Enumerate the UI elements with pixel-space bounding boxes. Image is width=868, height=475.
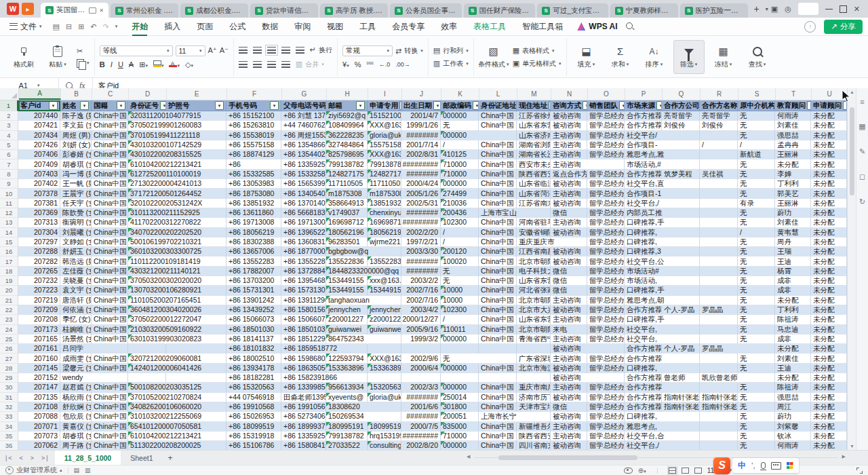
cell-N35[interactable]: 主动咨询 — [551, 432, 587, 441]
cell-J31[interactable]: ######## — [401, 393, 441, 402]
cell-C8[interactable]: China中国 — [92, 170, 128, 179]
cell-Q22[interactable]: 个人-罗晶 — [662, 305, 700, 315]
panel-menu-icon[interactable]: ≡ — [860, 98, 864, 106]
cell-O22[interactable]: 留学总经办 — [587, 305, 625, 315]
cell-T16[interactable]: 王瑞 — [775, 247, 811, 256]
cell-P3[interactable]: 合作方推荐 — [625, 121, 662, 130]
cell-L20[interactable]: China中国 — [479, 286, 517, 295]
cell-Q28[interactable] — [662, 364, 700, 373]
row-header-1[interactable]: 1 — [0, 100, 18, 111]
cell-S28[interactable]: 无 — [738, 364, 775, 373]
clear-format-button[interactable]: ◇▾ — [185, 60, 193, 69]
cell-L27[interactable] — [479, 354, 517, 363]
cell-J10[interactable]: 2005/1/26 — [401, 189, 441, 198]
vertical-scrollbar[interactable]: ▲ ▼ — [847, 88, 856, 450]
cell-H23[interactable]: z20001227 — [326, 315, 368, 324]
document-tab[interactable]: S国任财产保险样本... — [464, 3, 536, 18]
align-bottom-icon[interactable] — [267, 47, 276, 54]
cell-L30[interactable]: China中国 — [479, 383, 517, 392]
cell-T14[interactable]: 黄韦慧 — [775, 228, 811, 238]
cell-R18[interactable] — [700, 267, 738, 276]
cell-S8[interactable]: 无 — [738, 170, 775, 179]
cell-U9[interactable]: 未分配 — [811, 179, 847, 189]
document-tab[interactable]: S常州公积金 .xlsx — [111, 3, 178, 18]
filter-dropdown-button[interactable]: ▼ — [117, 101, 125, 110]
cell-B32[interactable]: 舒欣娴 (女) — [60, 402, 92, 412]
cell-L7[interactable]: China中国 — [479, 159, 517, 169]
cell-T2[interactable]: 何雨涛 — [775, 111, 811, 121]
cell-G17[interactable]: +86 1355228361 — [281, 256, 326, 266]
cell-O29[interactable] — [587, 373, 625, 383]
document-tab[interactable]: S英国留学生✕ — [41, 3, 108, 18]
cell-T13[interactable]: 刘素佳 — [775, 218, 811, 227]
cell-I7[interactable]: 799138782 — [368, 159, 401, 169]
cell-F13[interactable]: +86 19713008 — [226, 218, 281, 227]
cell-G15[interactable]: +86 1360831276 — [281, 238, 326, 247]
cell-I28[interactable]: 153363896 — [368, 364, 401, 373]
cell-H20[interactable]: 153449155 — [326, 286, 368, 295]
cell-H35[interactable]: 799138782 — [326, 432, 368, 441]
cell-C7[interactable]: China中国 — [92, 159, 128, 169]
cell-T31[interactable]: 强思喆 — [775, 393, 811, 402]
cell-N16[interactable]: 被动咨询 — [551, 247, 587, 256]
borders-button[interactable]: ⊞▾ — [139, 60, 148, 69]
cell-T23[interactable]: 陈祖涛 — [775, 315, 811, 324]
cell-L29[interactable] — [479, 373, 517, 383]
cell-T18[interactable]: 杨霄 — [775, 267, 811, 276]
cell-S22[interactable]: 无 — [738, 305, 775, 315]
cell-U10[interactable]: 未分配 — [811, 189, 847, 198]
cell-S30[interactable]: 无 — [738, 383, 775, 392]
document-tab[interactable]: S公务员国企事业单... — [390, 3, 462, 18]
cell-Q16[interactable] — [662, 247, 700, 256]
cell-N22[interactable]: 被动咨询 — [551, 305, 587, 315]
cell-J5[interactable]: 2001/7/14 — [401, 140, 441, 150]
row-header-22[interactable]: 22 — [0, 305, 18, 315]
cell-S16[interactable]: 无 — [738, 247, 775, 256]
column-header-E[interactable]: E — [167, 88, 227, 100]
cell-B14[interactable]: 刘晨曦 (女) — [60, 228, 92, 238]
font-grow-button[interactable]: A⁺ — [208, 46, 217, 55]
file-menu[interactable]: 文件 ▾ — [5, 21, 46, 33]
cell-P27[interactable]: 合作方推荐 — [625, 354, 662, 363]
cell-O11[interactable]: 留学总经办 — [587, 199, 625, 208]
cell-I17[interactable]: 135522836 — [368, 256, 401, 266]
percent-button[interactable]: % — [355, 60, 361, 69]
cell-B21[interactable]: 唐浩轩 (男) — [60, 296, 92, 305]
justify-icon[interactable] — [281, 61, 290, 68]
cell-T25[interactable]: 成非 — [775, 335, 811, 344]
cell-T9[interactable]: 丁利利 — [775, 179, 811, 189]
cell-C36[interactable]: China中国 — [92, 441, 128, 450]
cell-M14[interactable]: 安徽省铜陵 — [517, 228, 551, 238]
cell-R29[interactable]: 凯欣曾老师 — [700, 373, 738, 383]
cell-I22[interactable]: jennychen — [368, 305, 401, 315]
cell-O35[interactable]: 留学总经办 — [587, 432, 625, 441]
cell-Q18[interactable] — [662, 267, 700, 276]
cell-P30[interactable]: 合作方推荐 — [625, 383, 662, 392]
cell-A30[interactable]: 207147 — [18, 383, 60, 392]
cell-M8[interactable]: 陕西省西安 — [517, 170, 551, 179]
cut-button[interactable]: ✂ — [77, 47, 90, 56]
row-header-2[interactable]: 2 — [0, 111, 18, 121]
cell-L24[interactable]: China中国 — [479, 325, 517, 335]
cell-U14[interactable]: 未分配 — [811, 228, 847, 238]
cell-D8[interactable]: 612725200110100019 — [128, 170, 166, 179]
document-tab[interactable]: S成都公积金.xlsx — [180, 3, 248, 18]
cell-F14[interactable]: +86 18056219 — [226, 228, 281, 238]
cell-M9[interactable]: 山东省临沂 — [517, 179, 551, 189]
cell-Q24[interactable] — [662, 325, 700, 335]
cell-R16[interactable] — [700, 247, 738, 256]
cell-K11[interactable]: 210036 — [441, 199, 479, 208]
cell-Q10[interactable] — [662, 189, 700, 198]
cell-N5[interactable]: 主动咨询 — [551, 140, 587, 150]
cell-P24[interactable]: 社交平台, — [625, 325, 662, 335]
cell-T12[interactable]: 蔚玏 — [775, 208, 811, 218]
cell-D17[interactable]: 110112200109181419 — [128, 256, 166, 266]
cell-F28[interactable]: +86 13934178 — [226, 364, 281, 373]
cell-J7[interactable]: ######### — [401, 159, 441, 169]
cell-U23[interactable]: 未分配 — [811, 315, 847, 324]
cell-F18[interactable]: +86 17882007 — [226, 267, 281, 276]
cell-C10[interactable]: China中国 — [92, 189, 128, 198]
cell-M13[interactable]: 河南省驻马 — [517, 218, 551, 227]
cell-S33[interactable]: 无 — [738, 412, 775, 421]
ime-punctuation-toggle[interactable]: ’, — [751, 461, 755, 470]
